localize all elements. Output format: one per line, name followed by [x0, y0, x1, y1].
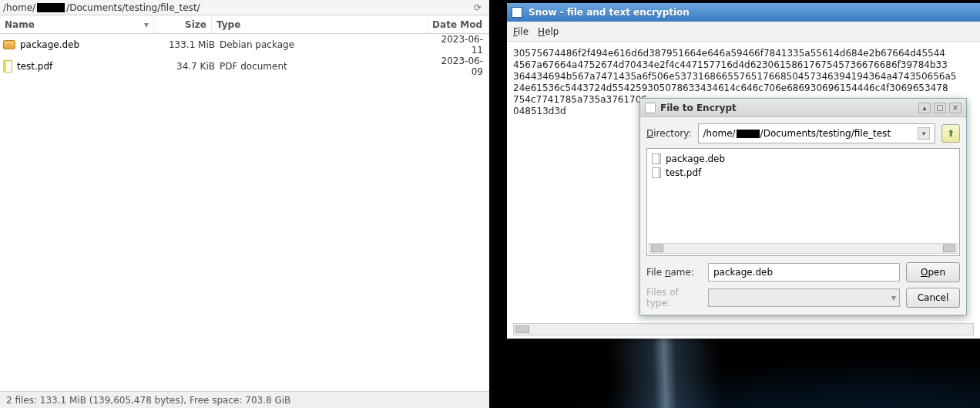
list-horizontal-scrollbar[interactable] [649, 243, 958, 254]
cancel-button[interactable]: Cancel [906, 288, 960, 308]
dialog-icon [645, 103, 656, 113]
file-date: 2023-06-11 [431, 34, 489, 56]
status-bar: 2 files: 133.1 MiB (139,605,478 bytes), … [0, 391, 489, 408]
snow-menubar: File Help [507, 22, 980, 42]
list-scroll-thumb-right[interactable] [943, 244, 955, 252]
directory-label: Directory: [646, 128, 692, 139]
file-row[interactable]: package.deb 133.1 MiB Debian package 202… [0, 34, 489, 56]
list-item-name: package.deb [666, 153, 725, 164]
minimize-button[interactable]: ▴ [918, 103, 931, 113]
file-list: package.deb 133.1 MiB Debian package 202… [0, 34, 489, 391]
col-date-header[interactable]: Date Mod [428, 16, 489, 33]
up-directory-button[interactable]: ⬆ [941, 124, 960, 143]
path-prefix: /home/ [3, 2, 35, 13]
col-name-label: Name [5, 19, 35, 30]
file-date: 2023-06-09 [431, 56, 489, 77]
dialog-titlebar[interactable]: File to Encrypt ▴ □ × [640, 99, 966, 117]
dropdown-arrow-icon: ▾ [891, 292, 896, 303]
list-scroll-thumb-left[interactable] [651, 244, 663, 252]
pdf-file-icon [3, 60, 12, 72]
file-name: package.deb [20, 39, 79, 50]
close-button[interactable]: × [949, 103, 962, 113]
file-row[interactable]: test.pdf 34.7 KiB PDF document 2023-06-0… [0, 56, 489, 77]
path-text: /home//Documents/testing/file_test/ [3, 2, 200, 13]
file-size: 133.1 MiB [157, 39, 215, 50]
sort-desc-icon: ▾ [144, 19, 149, 30]
dialog-bottom-panel: File name: Open Files of type: ▾ Cancel [640, 256, 966, 315]
col-type-header[interactable]: Type [212, 16, 428, 33]
deb-package-icon [3, 40, 15, 49]
file-chooser-dialog: File to Encrypt ▴ □ × Directory: /home//… [639, 98, 967, 315]
file-manager-window: /home//Documents/testing/file_test/ ⟳ Na… [0, 0, 489, 408]
dialog-title-text: File to Encrypt [660, 103, 737, 113]
window-controls: ▴ □ × [918, 103, 962, 113]
list-item-name: test.pdf [666, 167, 701, 178]
refresh-icon[interactable]: ⟳ [469, 2, 486, 13]
snow-title-text: Snow - file and text encryption [529, 7, 690, 18]
path-bar[interactable]: /home//Documents/testing/file_test/ ⟳ [0, 0, 489, 15]
path-redacted [37, 3, 65, 12]
menu-help[interactable]: Help [538, 26, 559, 37]
snow-titlebar[interactable]: Snow - file and text encryption [507, 3, 980, 22]
file-icon [652, 153, 661, 164]
maximize-button[interactable]: □ [934, 103, 946, 113]
column-headers: Name ▾ Size Type Date Mod [0, 15, 489, 34]
open-button[interactable]: Open [906, 262, 960, 282]
file-name: test.pdf [17, 61, 52, 72]
directory-combo[interactable]: /home//Documents/testing/file_test ▾ [698, 123, 936, 143]
list-item[interactable]: package.deb [650, 152, 956, 166]
list-item[interactable]: test.pdf [650, 166, 956, 180]
filename-input[interactable] [708, 263, 900, 282]
col-size-header[interactable]: Size [154, 16, 212, 33]
filename-label: File name: [646, 267, 702, 278]
file-size: 34.7 KiB [157, 61, 215, 72]
horizontal-scrollbar[interactable] [513, 323, 974, 336]
filetype-label: Files of type: [646, 287, 702, 309]
filetype-combo[interactable]: ▾ [708, 288, 900, 307]
snow-app-icon [512, 7, 522, 18]
menu-file[interactable]: File [513, 26, 529, 37]
dir-redacted [737, 130, 760, 138]
file-type: Debian package [215, 39, 431, 50]
col-name-header[interactable]: Name ▾ [0, 16, 154, 33]
scrollbar-thumb[interactable] [515, 325, 529, 333]
directory-row: Directory: /home//Documents/testing/file… [640, 117, 966, 148]
file-list-pane[interactable]: package.deb test.pdf [646, 148, 960, 256]
file-icon [652, 167, 661, 178]
directory-path: /home//Documents/testing/file_test [703, 128, 891, 139]
dropdown-arrow-icon[interactable]: ▾ [918, 127, 930, 140]
file-type: PDF document [215, 61, 431, 72]
path-suffix: /Documents/testing/file_test/ [66, 2, 200, 13]
